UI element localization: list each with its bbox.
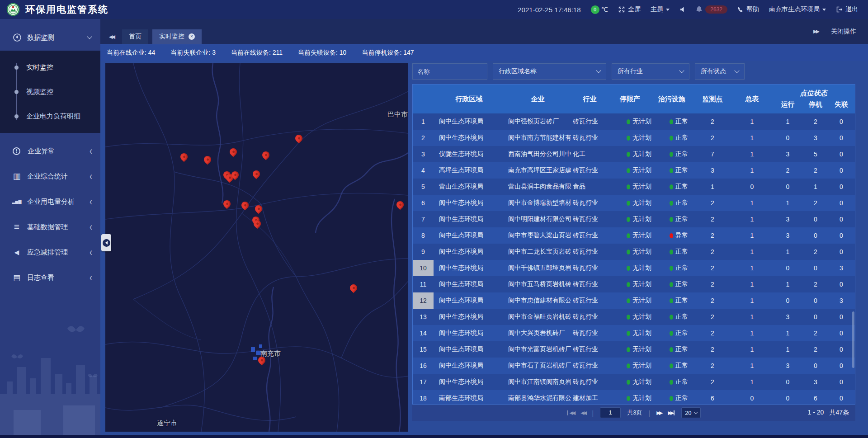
table-row[interactable]: 15 阆中生态环境局 阆中市光富页岩机砖厂 砖瓦行业 无计划 正常 2 1 1 (413, 341, 855, 358)
page-input[interactable]: 1 (600, 407, 621, 418)
tab-home[interactable]: 首页 (122, 29, 148, 44)
sidebar-item[interactable]: 企业综合统计 ‹ (0, 164, 100, 189)
cell-main-meter: 1 (733, 130, 771, 146)
table-row[interactable]: 1 阆中生态环境局 阆中强锐页岩砖厂 砖瓦行业 无计划 正常 2 1 1 2 (413, 113, 855, 130)
chevron-left-icon: ‹ (90, 271, 92, 283)
close-operations-button[interactable]: 关闭操作 (831, 28, 856, 36)
table-row[interactable]: 12 阆中生态环境局 阆中市忠信建材有限公 砖瓦行业 无计划 正常 2 1 0 (413, 292, 855, 309)
mute-button[interactable] (679, 6, 686, 13)
industry-filter-select[interactable]: 所有行业 (612, 63, 689, 80)
sidebar-subitem[interactable]: 实时监控 (0, 55, 100, 80)
sidebar-item[interactable]: 企业异常 ‹ (0, 138, 100, 164)
chevron-down-icon (87, 34, 92, 39)
first-page-button[interactable]: ◀◀ (567, 410, 574, 416)
app-header: 环保用电监管系统 2021-02-25 17:46:18 0 ℃ 全屏 主题 (0, 0, 868, 19)
cell-treatment-status: 正常 (651, 309, 692, 325)
map-collapse-button[interactable] (101, 234, 111, 251)
table-row[interactable]: 17 阆中生态环境局 阆中市江南镇阆南页岩 砖瓦行业 无计划 正常 2 1 0 (413, 374, 855, 390)
cell-lost: 0 (827, 325, 855, 341)
cell-lost: 0 (827, 113, 855, 130)
table-scrollbar[interactable] (852, 311, 854, 368)
table-row[interactable]: 16 阆中生态环境局 阆中市石子页岩机砖厂 砖瓦行业 无计划 正常 2 1 3 (413, 358, 855, 374)
table-row[interactable]: 10 阆中生态环境局 阆中千佛镇五郎垭页岩 砖瓦行业 无计划 正常 2 1 0 (413, 260, 855, 276)
tab-realtime-monitor[interactable]: 实时监控 × (152, 29, 202, 44)
next-page-button[interactable]: ▶▶ (656, 410, 661, 416)
table-row[interactable]: 2 阆中生态环境局 阆中市南方节能建材有 砖瓦行业 无计划 正常 2 1 0 (413, 130, 855, 146)
cell-industry: 砖瓦行业 (571, 374, 609, 390)
cell-stop-status: 无计划 (609, 390, 651, 404)
sidebar-item[interactable]: 应急减排管理 ‹ (0, 240, 100, 265)
table-row[interactable]: 13 阆中生态环境局 阆中市金福旺页岩机砖 砖瓦行业 无计划 正常 2 1 3 (413, 309, 855, 325)
status-filter-select[interactable]: 所有状态 (695, 63, 745, 80)
cell-running: 2 (771, 162, 804, 179)
chevron-left-icon: ‹ (90, 246, 92, 258)
cell-main-meter: 1 (733, 211, 771, 227)
sidebar-subitem[interactable]: 视频监控 (0, 80, 100, 104)
last-page-button[interactable]: ▶▶ (668, 410, 675, 416)
status-dot-icon (670, 217, 673, 222)
org-dropdown[interactable]: 南充市生态环境局 (769, 5, 826, 14)
cell-industry: 砖瓦行业 (571, 130, 609, 146)
help-button[interactable]: 帮助 (737, 5, 759, 14)
map-panel[interactable]: 巴中市 南充市 遂宁市 (105, 63, 408, 432)
table-row[interactable]: 18 南部生态环境局 南部县鸿华水泥有限公 建材加工 无计划 正常 6 0 0 (413, 390, 855, 404)
table-row[interactable]: 11 阆中生态环境局 阆中市五马桥页岩机砖 砖瓦行业 无计划 正常 2 1 1 (413, 276, 855, 292)
sidebar-item[interactable]: 企业用电量分析 ‹ (0, 189, 100, 214)
cell-running: 0 (771, 260, 804, 276)
menu-icon (12, 197, 21, 206)
cell-halted: 2 (804, 276, 827, 292)
cell-region: 高坪生态环境局 (434, 162, 505, 179)
tabs-scroll-left-button[interactable]: ◀◀ (105, 29, 118, 44)
logout-button[interactable]: 退出 (836, 5, 858, 14)
companies-table: 行政区域 企业 行业 停限产 治污设施 监测点 总表 点位状态 运行 (412, 84, 855, 405)
cell-region: 阆中生态环境局 (434, 211, 505, 227)
cell-region: 营山生态环境局 (434, 179, 505, 195)
cell-lost: 3 (827, 292, 855, 309)
page-size-select[interactable]: 20 (681, 407, 700, 418)
sidebar-item[interactable]: 日志查看 ‹ (0, 265, 100, 290)
table-row[interactable]: 7 阆中生态环境局 阆中明阳建材有限公司 砖瓦行业 无计划 正常 2 1 3 (413, 211, 855, 227)
cell-monitor-points: 2 (692, 244, 733, 260)
table-row[interactable]: 6 阆中生态环境局 阆中市金博瑞新型墙材 砖瓦行业 无计划 正常 2 1 1 (413, 195, 855, 211)
cell-company: 阆中市五马桥页岩机砖 (505, 276, 571, 292)
cell-company: 阆中市江南镇阆南页岩 (505, 374, 571, 390)
region-filter-select[interactable]: 行政区域名称 (493, 63, 606, 80)
theme-dropdown[interactable]: 主题 (651, 5, 670, 14)
tab-close-icon[interactable]: × (189, 33, 195, 40)
table-row[interactable]: 8 阆中生态环境局 阆中市枣碧大梁山页岩 砖瓦行业 无计划 异常 2 1 3 (413, 227, 855, 244)
fullscreen-button[interactable]: 全屏 (618, 5, 641, 14)
sidebar-subitem[interactable]: 企业电力负荷明细 (0, 104, 100, 128)
table-row[interactable]: 5 营山生态环境局 营山县润丰肉食品有限 食品 无计划 正常 1 0 0 1 (413, 179, 855, 195)
cell-running: 1 (771, 244, 804, 260)
cell-halted: 0 (804, 260, 827, 276)
table-row[interactable]: 3 仪陇生态环境局 西南油气田分公司川中 化工 无计划 正常 7 1 3 5 (413, 146, 855, 162)
status-dot-icon (670, 266, 673, 271)
prev-page-button[interactable]: ◀◀ (580, 410, 585, 416)
app: 环保用电监管系统 2021-02-25 17:46:18 0 ℃ 全屏 主题 (0, 0, 868, 438)
table-row[interactable]: 4 高坪生态环境局 南充市高坪区王家店建 砖瓦行业 无计划 正常 3 1 2 (413, 162, 855, 179)
name-filter-input[interactable] (412, 63, 487, 80)
phone-icon (737, 6, 744, 13)
cell-treatment-status: 正常 (651, 358, 692, 374)
map-city-label: 遂宁市 (157, 419, 177, 428)
tabs-scroll-right-button[interactable]: ▶▶ (813, 28, 818, 34)
temperature-unit: ℃ (601, 6, 609, 13)
column-row-number (413, 85, 434, 113)
cell-running: 0 (771, 390, 804, 404)
cell-running: 1 (771, 341, 804, 358)
cell-region: 阆中生态环境局 (434, 292, 505, 309)
table-row[interactable]: 9 阆中生态环境局 阆中市二龙长宝页岩砖 砖瓦行业 无计划 正常 2 1 1 (413, 244, 855, 260)
sidebar-item-data-monitoring[interactable]: 数据监测 (0, 24, 100, 51)
cell-stop-status: 无计划 (609, 244, 651, 260)
cell-industry: 砖瓦行业 (571, 162, 609, 179)
column-running: 运行 (771, 99, 804, 110)
cell-stop-status: 无计划 (609, 341, 651, 358)
cell-industry: 砖瓦行业 (571, 358, 609, 374)
timeline-dot-icon (14, 66, 19, 70)
notifications-button[interactable]: 2632 (696, 5, 727, 14)
table-row[interactable]: 14 阆中生态环境局 阆中大兴页岩机砖厂 砖瓦行业 无计划 正常 2 1 1 (413, 325, 855, 341)
sidebar-item[interactable]: 基础数据管理 ‹ (0, 214, 100, 240)
total-pages-label: 共3页 (627, 409, 642, 417)
datetime: 2021-02-25 17:46:18 (518, 6, 580, 14)
cell-stop-status: 无计划 (609, 276, 651, 292)
